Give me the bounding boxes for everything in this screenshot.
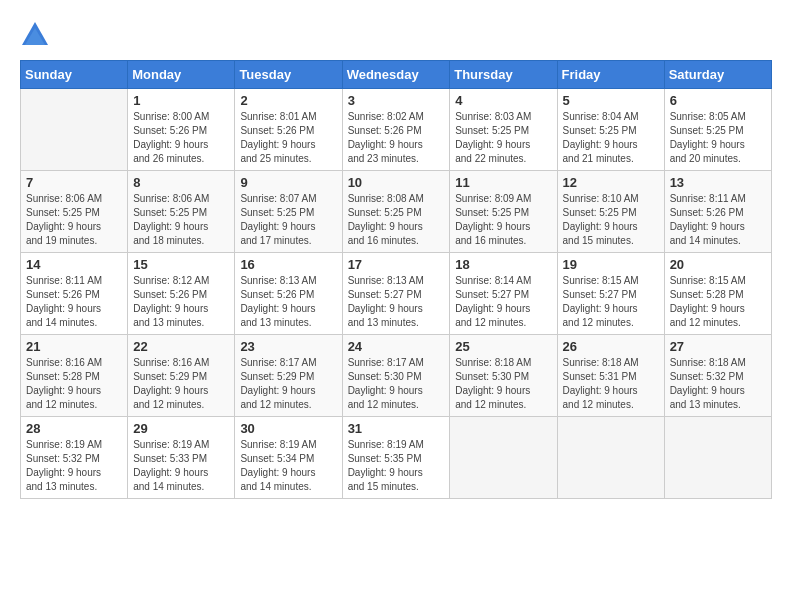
day-number: 8 [133, 175, 229, 190]
calendar-cell [557, 417, 664, 499]
day-info: Sunrise: 8:03 AMSunset: 5:25 PMDaylight:… [455, 110, 551, 166]
calendar-cell: 28Sunrise: 8:19 AMSunset: 5:32 PMDayligh… [21, 417, 128, 499]
day-number: 20 [670, 257, 766, 272]
calendar-cell: 8Sunrise: 8:06 AMSunset: 5:25 PMDaylight… [128, 171, 235, 253]
calendar-week-5: 28Sunrise: 8:19 AMSunset: 5:32 PMDayligh… [21, 417, 772, 499]
day-number: 12 [563, 175, 659, 190]
day-info: Sunrise: 8:13 AMSunset: 5:26 PMDaylight:… [240, 274, 336, 330]
day-number: 27 [670, 339, 766, 354]
calendar-cell: 21Sunrise: 8:16 AMSunset: 5:28 PMDayligh… [21, 335, 128, 417]
calendar-cell: 18Sunrise: 8:14 AMSunset: 5:27 PMDayligh… [450, 253, 557, 335]
day-info: Sunrise: 8:17 AMSunset: 5:29 PMDaylight:… [240, 356, 336, 412]
day-info: Sunrise: 8:16 AMSunset: 5:28 PMDaylight:… [26, 356, 122, 412]
calendar-cell: 6Sunrise: 8:05 AMSunset: 5:25 PMDaylight… [664, 89, 771, 171]
day-number: 29 [133, 421, 229, 436]
header-friday: Friday [557, 61, 664, 89]
calendar-week-1: 1Sunrise: 8:00 AMSunset: 5:26 PMDaylight… [21, 89, 772, 171]
calendar-cell [21, 89, 128, 171]
calendar-cell: 11Sunrise: 8:09 AMSunset: 5:25 PMDayligh… [450, 171, 557, 253]
calendar-cell: 9Sunrise: 8:07 AMSunset: 5:25 PMDaylight… [235, 171, 342, 253]
calendar-header-row: SundayMondayTuesdayWednesdayThursdayFrid… [21, 61, 772, 89]
day-info: Sunrise: 8:06 AMSunset: 5:25 PMDaylight:… [133, 192, 229, 248]
calendar-cell: 2Sunrise: 8:01 AMSunset: 5:26 PMDaylight… [235, 89, 342, 171]
day-info: Sunrise: 8:19 AMSunset: 5:33 PMDaylight:… [133, 438, 229, 494]
calendar-cell [664, 417, 771, 499]
day-info: Sunrise: 8:01 AMSunset: 5:26 PMDaylight:… [240, 110, 336, 166]
day-info: Sunrise: 8:00 AMSunset: 5:26 PMDaylight:… [133, 110, 229, 166]
page-header [20, 20, 772, 50]
calendar-cell: 15Sunrise: 8:12 AMSunset: 5:26 PMDayligh… [128, 253, 235, 335]
header-sunday: Sunday [21, 61, 128, 89]
header-monday: Monday [128, 61, 235, 89]
day-info: Sunrise: 8:04 AMSunset: 5:25 PMDaylight:… [563, 110, 659, 166]
day-info: Sunrise: 8:02 AMSunset: 5:26 PMDaylight:… [348, 110, 445, 166]
day-info: Sunrise: 8:15 AMSunset: 5:28 PMDaylight:… [670, 274, 766, 330]
day-info: Sunrise: 8:10 AMSunset: 5:25 PMDaylight:… [563, 192, 659, 248]
calendar-week-2: 7Sunrise: 8:06 AMSunset: 5:25 PMDaylight… [21, 171, 772, 253]
day-info: Sunrise: 8:14 AMSunset: 5:27 PMDaylight:… [455, 274, 551, 330]
logo-icon [20, 20, 50, 50]
day-number: 15 [133, 257, 229, 272]
day-info: Sunrise: 8:16 AMSunset: 5:29 PMDaylight:… [133, 356, 229, 412]
day-info: Sunrise: 8:11 AMSunset: 5:26 PMDaylight:… [670, 192, 766, 248]
header-wednesday: Wednesday [342, 61, 450, 89]
calendar-cell: 30Sunrise: 8:19 AMSunset: 5:34 PMDayligh… [235, 417, 342, 499]
calendar-cell: 22Sunrise: 8:16 AMSunset: 5:29 PMDayligh… [128, 335, 235, 417]
calendar-cell: 14Sunrise: 8:11 AMSunset: 5:26 PMDayligh… [21, 253, 128, 335]
calendar-cell: 27Sunrise: 8:18 AMSunset: 5:32 PMDayligh… [664, 335, 771, 417]
calendar-week-3: 14Sunrise: 8:11 AMSunset: 5:26 PMDayligh… [21, 253, 772, 335]
day-number: 9 [240, 175, 336, 190]
day-info: Sunrise: 8:12 AMSunset: 5:26 PMDaylight:… [133, 274, 229, 330]
logo [20, 20, 54, 50]
day-info: Sunrise: 8:18 AMSunset: 5:31 PMDaylight:… [563, 356, 659, 412]
calendar-week-4: 21Sunrise: 8:16 AMSunset: 5:28 PMDayligh… [21, 335, 772, 417]
day-number: 16 [240, 257, 336, 272]
day-info: Sunrise: 8:05 AMSunset: 5:25 PMDaylight:… [670, 110, 766, 166]
day-number: 6 [670, 93, 766, 108]
day-number: 23 [240, 339, 336, 354]
header-saturday: Saturday [664, 61, 771, 89]
header-tuesday: Tuesday [235, 61, 342, 89]
calendar-cell: 26Sunrise: 8:18 AMSunset: 5:31 PMDayligh… [557, 335, 664, 417]
calendar-cell: 10Sunrise: 8:08 AMSunset: 5:25 PMDayligh… [342, 171, 450, 253]
day-number: 19 [563, 257, 659, 272]
day-info: Sunrise: 8:08 AMSunset: 5:25 PMDaylight:… [348, 192, 445, 248]
calendar-cell: 20Sunrise: 8:15 AMSunset: 5:28 PMDayligh… [664, 253, 771, 335]
calendar-cell [450, 417, 557, 499]
day-number: 7 [26, 175, 122, 190]
day-number: 21 [26, 339, 122, 354]
day-number: 14 [26, 257, 122, 272]
day-number: 30 [240, 421, 336, 436]
day-info: Sunrise: 8:18 AMSunset: 5:32 PMDaylight:… [670, 356, 766, 412]
header-thursday: Thursday [450, 61, 557, 89]
day-number: 25 [455, 339, 551, 354]
day-number: 31 [348, 421, 445, 436]
calendar-table: SundayMondayTuesdayWednesdayThursdayFrid… [20, 60, 772, 499]
calendar-cell: 17Sunrise: 8:13 AMSunset: 5:27 PMDayligh… [342, 253, 450, 335]
day-info: Sunrise: 8:19 AMSunset: 5:34 PMDaylight:… [240, 438, 336, 494]
calendar-cell: 24Sunrise: 8:17 AMSunset: 5:30 PMDayligh… [342, 335, 450, 417]
day-number: 3 [348, 93, 445, 108]
day-number: 10 [348, 175, 445, 190]
day-info: Sunrise: 8:07 AMSunset: 5:25 PMDaylight:… [240, 192, 336, 248]
day-info: Sunrise: 8:11 AMSunset: 5:26 PMDaylight:… [26, 274, 122, 330]
day-info: Sunrise: 8:19 AMSunset: 5:35 PMDaylight:… [348, 438, 445, 494]
day-number: 17 [348, 257, 445, 272]
day-info: Sunrise: 8:13 AMSunset: 5:27 PMDaylight:… [348, 274, 445, 330]
calendar-cell: 3Sunrise: 8:02 AMSunset: 5:26 PMDaylight… [342, 89, 450, 171]
calendar-cell: 1Sunrise: 8:00 AMSunset: 5:26 PMDaylight… [128, 89, 235, 171]
day-number: 18 [455, 257, 551, 272]
calendar-cell: 31Sunrise: 8:19 AMSunset: 5:35 PMDayligh… [342, 417, 450, 499]
calendar-cell: 12Sunrise: 8:10 AMSunset: 5:25 PMDayligh… [557, 171, 664, 253]
calendar-cell: 19Sunrise: 8:15 AMSunset: 5:27 PMDayligh… [557, 253, 664, 335]
day-number: 11 [455, 175, 551, 190]
day-number: 22 [133, 339, 229, 354]
calendar-cell: 23Sunrise: 8:17 AMSunset: 5:29 PMDayligh… [235, 335, 342, 417]
day-info: Sunrise: 8:09 AMSunset: 5:25 PMDaylight:… [455, 192, 551, 248]
day-info: Sunrise: 8:19 AMSunset: 5:32 PMDaylight:… [26, 438, 122, 494]
day-number: 1 [133, 93, 229, 108]
calendar-cell: 4Sunrise: 8:03 AMSunset: 5:25 PMDaylight… [450, 89, 557, 171]
day-info: Sunrise: 8:06 AMSunset: 5:25 PMDaylight:… [26, 192, 122, 248]
calendar-cell: 25Sunrise: 8:18 AMSunset: 5:30 PMDayligh… [450, 335, 557, 417]
day-number: 5 [563, 93, 659, 108]
